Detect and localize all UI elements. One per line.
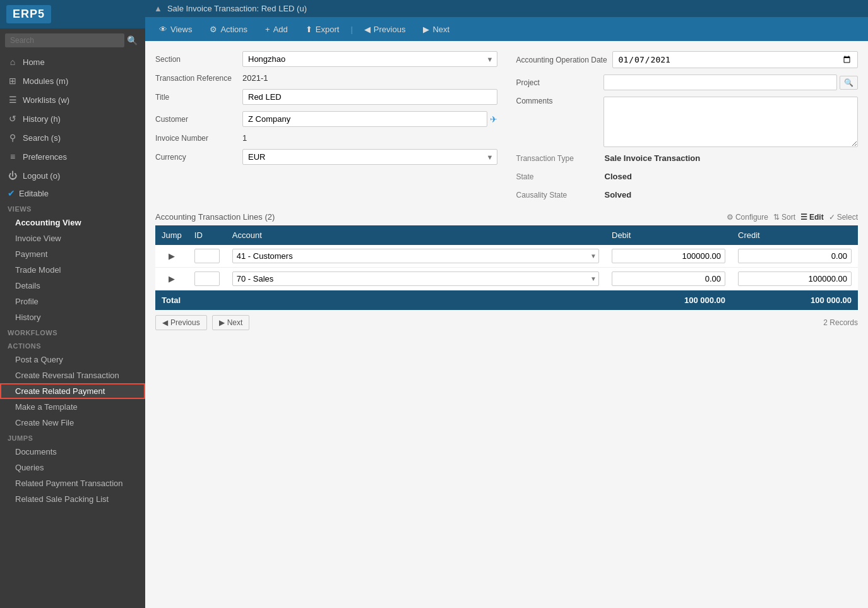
project-input[interactable]	[603, 75, 838, 90]
export-button[interactable]: ⬆ Export	[298, 21, 347, 38]
sidebar-item-worklists[interactable]: ☰ Worklists (w)	[0, 90, 145, 109]
edit-label: Edit	[809, 213, 824, 222]
row-credit	[732, 268, 858, 290]
sidebar-item-create-related-payment[interactable]: Create Related Payment	[0, 383, 145, 399]
views-icon: 👁	[159, 25, 167, 34]
sidebar-item-related-payment[interactable]: Related Payment Transaction	[0, 475, 145, 491]
select-button[interactable]: ✓ Select	[829, 213, 858, 222]
project-search-button[interactable]: 🔍	[840, 76, 858, 90]
sidebar-item-modules[interactable]: ⊞ Modules (m)	[0, 71, 145, 90]
comments-textarea[interactable]	[603, 97, 859, 147]
actions-section-header: ACTIONS	[0, 338, 145, 352]
credit-input[interactable]	[738, 271, 852, 286]
sidebar-item-invoice-view[interactable]: Invoice View	[0, 230, 145, 246]
customer-input[interactable]	[242, 111, 487, 127]
section-select-wrap: Hongzhao ▼	[242, 51, 497, 67]
add-button[interactable]: + Add	[258, 21, 295, 38]
actions-button[interactable]: ⚙ Actions	[202, 21, 255, 38]
sidebar-item-label: Logout (o)	[23, 171, 60, 181]
debit-input[interactable]	[612, 249, 725, 263]
form-grid: Section Hongzhao ▼ Transaction Reference…	[155, 51, 858, 202]
app-logo: ERP5	[6, 5, 51, 23]
select-label: Select	[837, 213, 858, 222]
actions-label: Actions	[220, 25, 247, 34]
search-button[interactable]: 🔍	[124, 34, 140, 47]
row-id-input[interactable]	[194, 249, 220, 263]
views-button[interactable]: 👁 Views	[152, 21, 199, 38]
title-label: Title	[155, 93, 237, 102]
sidebar-item-label: Search (s)	[23, 133, 61, 143]
toolbar: 👁 Views ⚙ Actions + Add ⬆ Export | ◀ Pre…	[145, 17, 868, 41]
sidebar-item-create-new-file[interactable]: Create New File	[0, 415, 145, 431]
sidebar-item-trade-model[interactable]: Trade Model	[0, 262, 145, 278]
row-id	[188, 268, 226, 290]
toolbar-sep-1: |	[350, 25, 352, 34]
home-icon: ⌂	[8, 57, 18, 67]
row-arrow-icon[interactable]: ▶	[169, 274, 175, 283]
next-label: Next	[432, 25, 449, 34]
sidebar-item-profile[interactable]: Profile	[0, 294, 145, 309]
form-left: Section Hongzhao ▼ Transaction Reference…	[155, 51, 497, 202]
search-input[interactable]	[5, 33, 124, 47]
configure-icon: ⚙	[727, 213, 734, 222]
sidebar-item-details[interactable]: Details	[0, 278, 145, 294]
invoice-number-label: Invoice Number	[155, 134, 237, 143]
sidebar-item-accounting-view[interactable]: Accounting View	[0, 215, 145, 230]
records-count: 2 Records	[823, 318, 858, 327]
row-id	[188, 245, 226, 268]
sidebar-item-home[interactable]: ⌂ Home	[0, 52, 145, 71]
sidebar-item-preferences[interactable]: ≡ Preferences	[0, 147, 145, 166]
sidebar-item-history-view[interactable]: History	[0, 309, 145, 325]
comments-row: Comments	[516, 97, 859, 147]
configure-button[interactable]: ⚙ Configure	[727, 213, 768, 222]
account-select[interactable]: 41 - Customers	[232, 249, 599, 263]
row-id-input[interactable]	[194, 271, 220, 286]
sidebar-item-related-packing[interactable]: Related Sale Packing List	[0, 491, 145, 507]
next-page-button[interactable]: ▶ Next	[212, 315, 250, 330]
row-arrow-icon[interactable]: ▶	[169, 251, 175, 261]
accounting-date-input[interactable]	[612, 51, 858, 68]
debit-input[interactable]	[612, 271, 725, 286]
sidebar-item-post-query[interactable]: Post a Query	[0, 352, 145, 367]
row-jump[interactable]: ▶	[155, 268, 188, 290]
sort-label: Sort	[782, 213, 795, 222]
col-account: Account	[226, 225, 605, 245]
breadcrumb-arrow: ▲	[154, 4, 162, 13]
account-select-wrap: 70 - Sales ▼	[232, 271, 599, 286]
section-select[interactable]: Hongzhao	[242, 51, 497, 67]
accounting-date-row: Accounting Operation Date	[516, 51, 859, 68]
prev-label: Previous	[170, 318, 200, 327]
actions-icon: ⚙	[210, 25, 217, 34]
sort-button[interactable]: ⇅ Sort	[773, 213, 795, 222]
prev-icon: ◀	[162, 318, 168, 327]
sidebar-item-make-template[interactable]: Make a Template	[0, 399, 145, 415]
row-jump[interactable]: ▶	[155, 245, 188, 268]
sidebar-item-search[interactable]: ⚲ Search (s)	[0, 128, 145, 147]
sidebar-item-queries[interactable]: Queries	[0, 460, 145, 475]
title-input[interactable]	[242, 89, 497, 105]
sidebar-item-create-reversal[interactable]: Create Reversal Transaction	[0, 367, 145, 383]
logo-area: ERP5	[0, 0, 145, 28]
project-input-wrap: 🔍	[603, 75, 859, 90]
sidebar-item-logout[interactable]: ⏻ Logout (o)	[0, 166, 145, 185]
content-area: Section Hongzhao ▼ Transaction Reference…	[145, 41, 868, 608]
currency-select[interactable]: EUR	[242, 149, 497, 165]
transaction-ref-label: Transaction Reference	[155, 74, 237, 83]
previous-label: Previous	[374, 25, 406, 34]
editable-toggle[interactable]: ✔ Editable	[0, 185, 145, 201]
add-label: Add	[273, 25, 288, 34]
sidebar-item-payment[interactable]: Payment	[0, 246, 145, 262]
account-select[interactable]: 70 - Sales	[232, 271, 599, 286]
next-button[interactable]: ▶ Next	[415, 21, 457, 38]
row-account: 70 - Sales ▼	[226, 268, 605, 290]
edit-button[interactable]: ☰ Edit	[800, 213, 824, 222]
table-section-title: Accounting Transaction Lines (2)	[155, 212, 275, 222]
sidebar-item-history[interactable]: ↺ History (h)	[0, 109, 145, 128]
sidebar-item-documents[interactable]: Documents	[0, 444, 145, 460]
prev-page-button[interactable]: ◀ Previous	[155, 315, 207, 330]
table-header-row: Jump ID Account Debit Credit	[155, 225, 858, 245]
transaction-type-label: Transaction Type	[516, 154, 598, 163]
previous-button[interactable]: ◀ Previous	[357, 21, 413, 38]
customer-clear-icon[interactable]: ✈	[490, 114, 497, 124]
credit-input[interactable]	[738, 249, 852, 263]
